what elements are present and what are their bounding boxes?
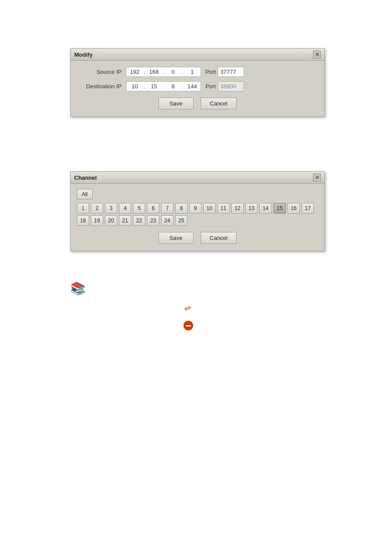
channel-num-9[interactable]: 9: [189, 203, 201, 214]
delete-minus-icon: [186, 325, 191, 326]
modify-dialog-title: Modify: [74, 51, 93, 58]
dest-ip-group: . . .: [126, 81, 201, 91]
source-port-input[interactable]: [218, 67, 244, 77]
edit-icon-wrapper[interactable]: ✏: [184, 303, 192, 314]
channel-num-2[interactable]: 2: [91, 203, 103, 214]
source-ip-octet3[interactable]: [165, 67, 181, 76]
channel-num-16[interactable]: 16: [288, 203, 300, 214]
channel-num-22[interactable]: 22: [133, 215, 145, 226]
channel-dialog: Channel ✕ All 12345678910111213141516171…: [70, 171, 325, 251]
dest-ip-octet3[interactable]: [165, 82, 181, 91]
source-ip-group: . . .: [126, 67, 201, 77]
channel-save-button[interactable]: Save: [158, 232, 194, 244]
channel-num-15[interactable]: 15: [273, 203, 286, 214]
dest-ip-octet2[interactable]: [146, 82, 162, 91]
channel-num-25[interactable]: 25: [175, 215, 187, 226]
source-ip-octet1[interactable]: [126, 67, 143, 76]
channel-num-23[interactable]: 23: [147, 215, 159, 226]
dest-port-label: Port: [205, 83, 216, 90]
channel-num-5[interactable]: 5: [133, 203, 145, 214]
dest-ip-row: Destination IP . . . Port: [78, 81, 317, 91]
channel-num-14[interactable]: 14: [259, 203, 272, 214]
channel-num-10[interactable]: 10: [203, 203, 216, 214]
modify-dialog-buttons: Save Cancel: [78, 98, 317, 109]
dest-port-input[interactable]: [218, 81, 244, 91]
source-port-label: Port: [205, 69, 216, 75]
channel-dialog-title: Channel: [74, 174, 97, 181]
modify-dialog-close-button[interactable]: ✕: [313, 51, 321, 58]
modify-dialog: Modify ✕ Source IP . . . Port Destinatio…: [70, 48, 325, 117]
channel-num-19[interactable]: 19: [91, 215, 103, 226]
channel-dialog-close-button[interactable]: ✕: [313, 174, 321, 181]
channel-dialog-titlebar: Channel ✕: [71, 172, 324, 184]
modify-dialog-titlebar: Modify ✕: [71, 49, 324, 61]
modify-cancel-button[interactable]: Cancel: [201, 98, 237, 109]
channel-num-1[interactable]: 1: [77, 203, 89, 214]
channel-num-18[interactable]: 18: [77, 215, 89, 226]
channel-cancel-button[interactable]: Cancel: [201, 232, 237, 244]
channel-num-17[interactable]: 17: [302, 203, 314, 214]
book-icon[interactable]: 📚: [70, 281, 86, 296]
channel-num-4[interactable]: 4: [119, 203, 131, 214]
channel-num-24[interactable]: 24: [161, 215, 173, 226]
channel-num-20[interactable]: 20: [105, 215, 117, 226]
channel-num-13[interactable]: 13: [245, 203, 258, 214]
channel-num-11[interactable]: 11: [217, 203, 230, 214]
dest-ip-label: Destination IP: [78, 83, 126, 90]
icons-area: 📚 ✏: [70, 281, 86, 296]
modify-dialog-content: Source IP . . . Port Destination IP . .: [71, 61, 324, 116]
channel-num-21[interactable]: 21: [119, 215, 131, 226]
delete-circle-icon: [183, 321, 193, 330]
channel-numbers-grid: 1234567891011121314151617181920212223242…: [77, 203, 318, 226]
dest-ip-octet4[interactable]: [184, 82, 201, 91]
source-ip-label: Source IP: [78, 69, 126, 75]
source-ip-row: Source IP . . . Port: [78, 67, 317, 77]
channel-num-6[interactable]: 6: [147, 203, 159, 214]
delete-icon-wrapper[interactable]: [183, 321, 193, 330]
channel-num-7[interactable]: 7: [161, 203, 173, 214]
channel-num-3[interactable]: 3: [105, 203, 117, 214]
channel-dialog-content: All 123456789101112131415161718192021222…: [71, 184, 324, 251]
edit-pencil-icon: ✏: [183, 302, 193, 315]
modify-save-button[interactable]: Save: [158, 98, 194, 109]
dest-ip-octet1[interactable]: [126, 82, 143, 91]
source-ip-octet2[interactable]: [146, 67, 162, 76]
source-ip-octet4[interactable]: [184, 67, 201, 76]
channel-all-button[interactable]: All: [77, 189, 93, 200]
channel-num-12[interactable]: 12: [231, 203, 244, 214]
channel-num-8[interactable]: 8: [175, 203, 187, 214]
channel-dialog-buttons: Save Cancel: [77, 232, 318, 244]
